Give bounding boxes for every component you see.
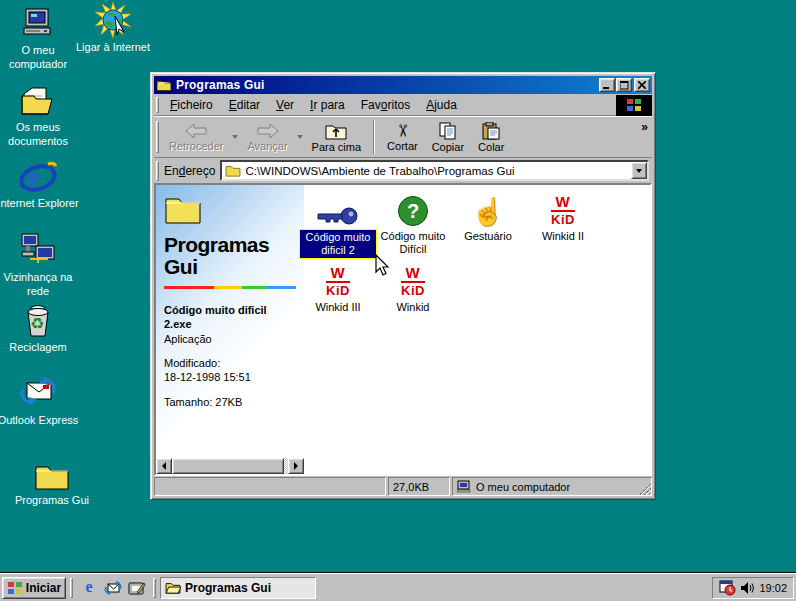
large-folder-icon <box>164 193 304 228</box>
network-neighborhood-icon <box>20 232 56 268</box>
folder-view: Programas Gui Código muito dificil 2.exe… <box>154 183 652 476</box>
address-bar: Endereço C:\WINDOWS\Ambiente de Trabalho… <box>154 158 652 183</box>
outlook-express-icon <box>19 375 57 411</box>
file-label: Winkid II <box>539 229 587 244</box>
scroll-left-button[interactable] <box>156 458 172 474</box>
mouse-cursor <box>374 254 390 278</box>
menu-editar[interactable]: Editar <box>221 96 268 114</box>
menu-ajuda[interactable]: Ajuda <box>418 96 465 114</box>
back-button[interactable]: Retroceder <box>162 119 230 156</box>
quicklaunch-internet-explorer[interactable]: e <box>78 577 100 599</box>
file-label: Código muito dificil 2 <box>299 229 377 259</box>
desktop-icon-label: Programas Gui <box>15 494 89 508</box>
size-line: Tamanho: 27KB <box>164 395 296 409</box>
address-folder-icon <box>225 164 241 177</box>
close-button[interactable] <box>634 78 650 92</box>
desktop-icon-outlook-express[interactable]: Outlook Express <box>0 375 80 428</box>
outlook-small-icon <box>104 580 122 596</box>
desktop-icon-my-documents[interactable]: Os meus documentos <box>0 82 80 149</box>
desktop-icon-label: Vizinhança na rede <box>0 271 80 299</box>
menu-ficheiro[interactable]: Ficheiro <box>162 96 221 114</box>
cut-button[interactable]: ✂ Cortar <box>380 119 425 156</box>
scrollbar-thumb[interactable] <box>172 458 284 474</box>
desktop-icon-label: Os meus documentos <box>0 121 80 149</box>
status-panel-size: 27,0KB <box>388 477 450 496</box>
forward-dropdown[interactable] <box>295 119 305 156</box>
title-bar[interactable]: Programas Gui <box>154 76 652 94</box>
desktop-icon-programas-gui[interactable]: Programas Gui <box>10 455 94 508</box>
forward-arrow-icon <box>257 123 279 139</box>
task-button-programas-gui[interactable]: Programas Gui <box>160 577 316 599</box>
open-folder-icon <box>165 581 181 594</box>
start-label: Iniciar <box>26 581 61 595</box>
modified-value: 18-12-1998 15:51 <box>164 370 296 384</box>
task-button-label: Programas Gui <box>185 581 271 595</box>
my-computer-small-icon <box>457 480 472 493</box>
desktop-icon-label: Reciclagem <box>9 341 66 355</box>
selected-file-type: Aplicação <box>164 332 296 346</box>
toolbar-overflow-chevron[interactable]: » <box>641 120 648 134</box>
quicklaunch-show-desktop[interactable] <box>126 577 148 599</box>
maximize-button[interactable] <box>616 78 632 92</box>
hand-icon: ☝ <box>471 199 505 226</box>
horizontal-scrollbar[interactable] <box>156 458 304 474</box>
start-button[interactable]: Iniciar <box>2 577 66 599</box>
explorer-window: Programas Gui Ficheiro Editar Ver Ir par… <box>150 72 656 500</box>
svg-text:e: e <box>28 161 40 192</box>
toolbar-grip[interactable] <box>156 121 159 153</box>
toolbar: Retroceder Avançar Para cima ✂ Cortar Co… <box>154 117 652 158</box>
scroll-right-button[interactable] <box>288 458 304 474</box>
winkid-logo-icon: WKiD <box>326 265 350 297</box>
desktop-icon-recycle-bin[interactable]: ♻ Reciclagem <box>0 302 80 355</box>
window-title: Programas Gui <box>176 78 598 92</box>
taskbar: Iniciar e Programas Gui 19:02 <box>0 573 796 601</box>
desktop-icon-label: Outlook Express <box>0 414 78 428</box>
svg-text:♻: ♻ <box>30 315 44 332</box>
windows-throbber-icon <box>616 95 652 116</box>
copy-icon <box>438 122 458 140</box>
quicklaunch-outlook-express[interactable] <box>102 577 124 599</box>
address-dropdown-button[interactable] <box>631 162 647 179</box>
resize-grip[interactable] <box>639 483 651 495</box>
file-gestuario[interactable]: ☝ Gestuário <box>449 190 527 244</box>
task-scheduler-icon[interactable] <box>719 580 736 596</box>
address-grip[interactable] <box>156 161 159 181</box>
show-desktop-icon <box>128 580 146 596</box>
file-label: Gestuário <box>461 229 515 244</box>
desktop-icon-internet-explorer[interactable]: e Internet Explorer <box>0 158 80 211</box>
forward-button[interactable]: Avançar <box>240 119 294 156</box>
desktop: O meu computador Ligar à Internet Os meu… <box>0 0 796 601</box>
winkid-logo-icon: WKiD <box>551 194 575 226</box>
my-documents-icon <box>20 82 56 118</box>
menu-favoritos[interactable]: Favoritos <box>353 96 418 114</box>
back-arrow-icon <box>185 123 207 139</box>
menu-grip[interactable] <box>156 97 159 113</box>
file-codigo-muito-dificil[interactable]: ? Código muito Difícil <box>374 190 452 257</box>
selected-file-name: Código muito dificil 2.exe <box>164 303 296 332</box>
desktop-icon-network-neighborhood[interactable]: Vizinhança na rede <box>0 232 80 299</box>
paste-button[interactable]: Colar <box>471 119 511 156</box>
menu-ver[interactable]: Ver <box>268 96 302 114</box>
taskbar-separator <box>70 578 73 598</box>
desktop-icon-connect-internet[interactable]: Ligar à Internet <box>58 2 168 55</box>
menu-ir-para[interactable]: Ir para <box>302 96 353 114</box>
winkid-logo-icon: WKiD <box>401 265 425 297</box>
file-winkid-iii[interactable]: WKiD Winkid III <box>299 261 377 315</box>
menu-bar: Ficheiro Editar Ver Ir para Favoritos Aj… <box>154 95 652 116</box>
key-icon <box>316 190 360 226</box>
status-panel-main <box>154 477 386 496</box>
minimize-button[interactable] <box>599 78 615 92</box>
decorative-rule <box>164 286 296 289</box>
back-dropdown[interactable] <box>230 119 240 156</box>
folder-icon <box>34 455 70 491</box>
volume-icon[interactable] <box>740 581 755 595</box>
file-winkid-ii[interactable]: WKiD Winkid II <box>524 190 602 244</box>
address-input[interactable]: C:\WINDOWS\Ambiente de Trabalho\Programa… <box>220 160 649 181</box>
file-label: Winkid III <box>312 300 363 315</box>
paste-icon <box>481 122 501 140</box>
folder-up-icon <box>324 122 348 140</box>
connect-internet-icon <box>95 2 131 38</box>
copy-button[interactable]: Copiar <box>425 119 471 156</box>
file-codigo-muito-dificil-2[interactable]: Código muito dificil 2 <box>299 190 377 259</box>
up-button[interactable]: Para cima <box>305 119 369 156</box>
